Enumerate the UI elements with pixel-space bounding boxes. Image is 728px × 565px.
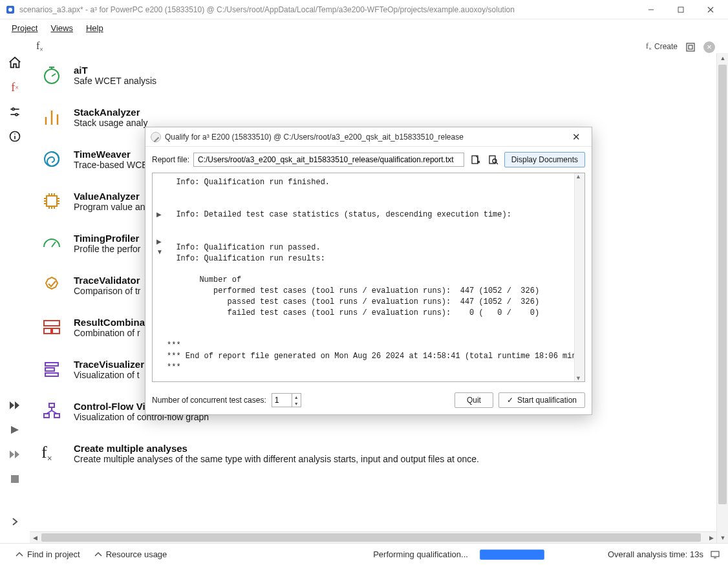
analysis-title: Create multiple analyses [74, 443, 479, 454]
analysis-desc: Profile the perfor [74, 244, 141, 254]
scroll-down-icon[interactable]: ▼ [575, 375, 581, 381]
quit-button[interactable]: Quit [455, 392, 493, 408]
svg-rect-47 [45, 363, 58, 366]
svg-rect-51 [44, 414, 49, 418]
maximize-panel-button[interactable] [681, 41, 700, 54]
window-titlebar: scenarios_a3.apx* - a³ for PowerPC e200 … [0, 0, 728, 19]
report-text[interactable]: Info: Qualification run finished. Info: … [153, 173, 584, 376]
start-qualification-button[interactable]: ✓ Start qualification [498, 392, 585, 408]
display-documents-button[interactable]: Display Documents [504, 152, 585, 167]
fx-icon: f× [36, 40, 43, 53]
scroll-left-icon[interactable]: ◀ [30, 533, 40, 543]
svg-marker-18 [10, 451, 14, 458]
expand-rail-icon[interactable] [8, 515, 22, 529]
stepper-down-icon[interactable]: ▼ [292, 400, 301, 407]
statusbar: Find in project Resource usage Performin… [0, 543, 728, 565]
svg-marker-43 [46, 277, 58, 289]
dialog-scrollbar[interactable]: ▲ ▼ [574, 173, 584, 381]
settings-icon[interactable] [8, 105, 22, 119]
menu-help[interactable]: Help [80, 22, 110, 34]
badge-icon [41, 275, 62, 295]
scroll-thumb-h[interactable] [41, 533, 701, 542]
play-icon[interactable] [8, 423, 22, 437]
chevron-up-icon [14, 549, 25, 560]
scroll-up-icon[interactable]: ▲ [718, 53, 728, 63]
qualify-dialog: Qualify for a³ E200 (15833510) @ C:/User… [145, 127, 592, 415]
analysis-desc: Safe WCET analysis [74, 76, 156, 86]
svg-marker-15 [10, 401, 14, 409]
num-concurrent-stepper[interactable]: ▲ ▼ [272, 393, 301, 407]
report-file-input[interactable] [193, 153, 464, 167]
status-overall: Overall analysis time: 13s [608, 549, 703, 559]
svg-rect-3 [678, 7, 683, 12]
create-button[interactable]: f× Create [642, 40, 681, 53]
svg-line-42 [52, 242, 56, 247]
analysis-stackanalyzer[interactable]: StackAnalyzerStack usage analy [41, 107, 697, 128]
analysis-desc: Program value an [74, 202, 145, 212]
num-concurrent-input[interactable] [272, 394, 292, 407]
svg-marker-19 [15, 451, 19, 458]
status-performing: Performing qualification... [373, 549, 468, 559]
browse-file-button[interactable] [486, 153, 500, 167]
dialog-titlebar[interactable]: Qualify for a³ E200 (15833510) @ C:/User… [145, 127, 592, 147]
analysis-desc: Stack usage analy [74, 118, 147, 128]
svg-marker-16 [15, 401, 19, 409]
info-icon[interactable] [8, 129, 22, 144]
stepper-up-icon[interactable]: ▲ [292, 394, 301, 400]
swirl-icon [41, 149, 62, 169]
analysis-desc: Create multiple analyses of the same typ… [74, 454, 479, 464]
scroll-down-icon[interactable]: ▼ [718, 533, 728, 543]
chip-icon [41, 191, 62, 211]
dialog-close-button[interactable]: ✕ [566, 131, 586, 143]
analysis-ait[interactable]: aiTSafe WCET analysis [41, 65, 697, 86]
scroll-up-icon[interactable]: ▲ [575, 173, 581, 180]
window-minimize-button[interactable] [636, 0, 666, 19]
svg-rect-50 [49, 403, 54, 407]
gauge-icon [41, 233, 62, 253]
analysis-desc: Trace-based WCE [74, 160, 148, 170]
close-panel-button[interactable]: × [700, 40, 719, 54]
dialog-report-row: Report file: Display Documents [145, 147, 592, 173]
svg-rect-29 [47, 196, 57, 206]
svg-rect-7 [689, 45, 692, 49]
fast-forward-dim-icon[interactable] [8, 447, 22, 462]
svg-point-14 [14, 133, 16, 134]
svg-point-21 [45, 69, 59, 83]
svg-rect-49 [45, 373, 58, 376]
window-maximize-button[interactable] [666, 0, 696, 19]
svg-rect-44 [44, 321, 59, 326]
window-close-button[interactable] [696, 0, 725, 19]
find-in-project-button[interactable]: Find in project [8, 549, 87, 560]
svg-point-11 [16, 114, 17, 116]
analysis-title: aiT [74, 65, 156, 76]
chevron-up-icon [93, 549, 103, 560]
monitor-icon[interactable] [710, 549, 720, 560]
fx-icon: f× [41, 443, 62, 464]
svg-point-1 [8, 8, 12, 12]
scroll-right-icon[interactable]: ▶ [706, 533, 716, 543]
menu-project[interactable]: Project [5, 22, 44, 34]
expand-toggle-icon[interactable]: ▼ [156, 248, 163, 255]
fast-forward-icon[interactable] [8, 398, 22, 412]
analysis-title: TraceVisualizer [74, 359, 144, 370]
home-icon[interactable] [8, 56, 22, 70]
collapse-toggle-icon[interactable]: ▶ [156, 211, 162, 218]
menu-views[interactable]: Views [44, 22, 79, 34]
fx-red-icon[interactable]: f× [8, 80, 22, 94]
stop-icon[interactable] [8, 472, 22, 486]
analysis-createmultiple[interactable]: f× Create multiple analysesCreate multip… [41, 443, 697, 464]
scroll-thumb[interactable] [718, 65, 727, 504]
open-file-button[interactable] [468, 153, 482, 167]
resource-usage-button[interactable]: Resource usage [87, 549, 174, 560]
app-icon [5, 5, 16, 15]
vertical-scrollbar[interactable]: ▲ ▼ [716, 53, 728, 543]
menubar: Project Views Help [0, 19, 728, 37]
svg-rect-20 [11, 475, 19, 483]
dialog-title: Qualify for a³ E200 (15833510) @ C:/User… [165, 133, 566, 142]
analysis-title: StackAnalyzer [74, 107, 147, 118]
collapse-toggle-icon[interactable]: ▶ [156, 238, 162, 245]
analysis-title: ResultCombinato [74, 317, 154, 328]
analysis-desc: Combination of r [74, 328, 154, 338]
horizontal-scrollbar[interactable]: ◀ ▶ [30, 531, 716, 543]
left-rail: f× [0, 53, 30, 543]
